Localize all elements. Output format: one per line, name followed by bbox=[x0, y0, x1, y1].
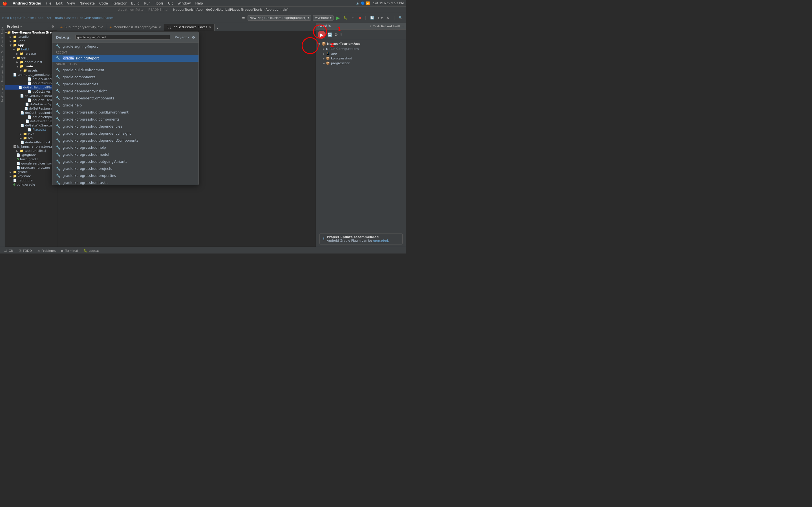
tree-file-placelist[interactable]: 📄 PlaceList bbox=[5, 128, 57, 132]
breadcrumb-item[interactable]: app bbox=[38, 16, 44, 20]
tree-file-shopping[interactable]: 📄 doGetShoppingMalls bbox=[5, 111, 57, 115]
task-kp-model[interactable]: 🔧 gradle kprogresshud:model bbox=[57, 151, 199, 158]
search-button[interactable]: 🔍 bbox=[398, 15, 404, 20]
tree-buildgradle-app[interactable]: ⚙ build.gradle bbox=[5, 157, 57, 161]
tree-settings[interactable]: ⚙ bbox=[50, 24, 55, 29]
task-kp-tasks[interactable]: 🔧 gradle kprogresshud:tasks bbox=[57, 179, 199, 185]
stop-button[interactable]: ◼ bbox=[357, 15, 362, 20]
debug-button[interactable]: 🐛 bbox=[343, 15, 349, 20]
tree-file-grounds[interactable]: 📄 doGetGrounds bbox=[5, 81, 57, 86]
tab-problems[interactable]: ⚠ Problems bbox=[35, 248, 59, 253]
run-recent-item[interactable]: 🔧 gradle signingReport bbox=[57, 43, 199, 50]
tab-close-3[interactable]: ✕ bbox=[209, 25, 211, 29]
menu-run[interactable]: Run bbox=[144, 1, 151, 5]
tree-assets-folder[interactable]: ▼ 📁 assets bbox=[5, 68, 57, 73]
structure-tool-button[interactable]: Structure bbox=[1, 69, 4, 83]
tree-root-gitignore[interactable]: 📄 .gitignore bbox=[5, 178, 57, 182]
tree-root[interactable]: ▼ 📁 New-Nagpur-Tourism [NagpurTourismApp… bbox=[5, 31, 57, 35]
tree-keystore[interactable]: ▶ 📁 keystore bbox=[5, 174, 57, 178]
tree-file-picnic[interactable]: 📄 doGetPicnicSpots bbox=[5, 102, 57, 107]
settings-button[interactable]: ⚙ bbox=[386, 15, 391, 20]
tree-manifest-file[interactable]: 📄 AndroidManifest.xml bbox=[5, 140, 57, 145]
git-tool-button[interactable]: Git bbox=[1, 48, 4, 54]
task-kp-outvariants[interactable]: 🔧 gradle kprogresshud:outgoingVariants bbox=[57, 158, 199, 165]
tree-googleservices[interactable]: 📄 google-services.json bbox=[5, 161, 57, 166]
more-tabs-btn[interactable]: ▾ bbox=[216, 26, 220, 31]
tab-menuplaces[interactable]: ☕ MenuPlacesListAdapter.java ✕ bbox=[106, 24, 164, 31]
tab-historical[interactable]: { } doGetHistoricalPlaces ✕ bbox=[164, 24, 214, 31]
menu-refactor[interactable]: Refactor bbox=[112, 1, 126, 5]
tab-logcat[interactable]: 🐛 Logcat bbox=[81, 248, 102, 253]
commit-tool-button[interactable]: Commit bbox=[1, 36, 4, 48]
project-filter-btn[interactable]: Project ▾ bbox=[174, 36, 190, 39]
menu-navigate[interactable]: Navigate bbox=[80, 1, 95, 5]
run-filter-input[interactable] bbox=[75, 35, 170, 40]
tree-playstore-file[interactable]: 🖼 ic_launcher-playstore.png bbox=[5, 145, 57, 149]
menu-code[interactable]: Code bbox=[99, 1, 108, 5]
tree-file-museum[interactable]: 📄 doGetMuseum bbox=[5, 98, 57, 102]
filter-icon[interactable]: ⚙ bbox=[192, 35, 195, 40]
run-selected-item[interactable]: 🔧 gradle signingReport bbox=[57, 55, 199, 62]
task-buildenv[interactable]: 🔧 gradle buildEnvironment bbox=[57, 66, 199, 73]
tab-subcategory[interactable]: ☕ SubCategoryActivity.java bbox=[57, 24, 106, 31]
tree-file-waterparks[interactable]: 📄 doGetWaterParks bbox=[5, 119, 57, 123]
task-kp-deps[interactable]: 🔧 gradle kprogresshud:dependencies bbox=[57, 123, 199, 130]
notification-link[interactable]: upgraded. bbox=[373, 239, 389, 242]
tree-res-folder[interactable]: ▶ 📁 res bbox=[5, 136, 57, 140]
tree-idea-folder[interactable]: ▶ 📁 .idea bbox=[5, 39, 57, 43]
tree-java-folder[interactable]: ▶ 📁 java bbox=[5, 132, 57, 136]
task-help[interactable]: 🔧 gradle help bbox=[57, 102, 199, 109]
task-kp-buildenv[interactable]: 🔧 gradle kprogresshud:buildEnvironment bbox=[57, 109, 199, 116]
gradle-settings-btn[interactable]: ⚙ bbox=[334, 32, 339, 38]
task-kp-depcomps[interactable]: 🔧 gradle kprogresshud:dependentComponent… bbox=[57, 137, 199, 144]
tree-file-wildsanctuary[interactable]: 📄 doGetWildSanctuary bbox=[5, 123, 57, 128]
breadcrumb-item[interactable]: New-Nagpur-Tourism bbox=[2, 16, 34, 20]
tree-file-animated[interactable]: 📄 animated_aeroplane.json bbox=[5, 73, 57, 77]
task-kp-comps[interactable]: 🔧 gradle kprogresshud:components bbox=[57, 116, 199, 123]
nav-back-icon[interactable]: 🡄 bbox=[241, 15, 246, 20]
breadcrumb-item[interactable]: main bbox=[55, 16, 63, 20]
device-selector[interactable]: MyPhone ▾ bbox=[313, 15, 334, 20]
tab-close-2[interactable]: ✕ bbox=[159, 25, 161, 29]
gradle-kprogresshud[interactable]: ▶ 📦 kprogresshud bbox=[316, 56, 401, 61]
task-deps[interactable]: 🔧 gradle dependencies bbox=[57, 80, 199, 88]
tree-unittest-folder[interactable]: ▶ 📁 test [unitTest] bbox=[5, 149, 57, 153]
gradle-run-configs[interactable]: ▶ ▶ Run Configurations bbox=[316, 47, 401, 51]
menu-edit[interactable]: Edit bbox=[56, 1, 62, 5]
run-button[interactable]: ▶ bbox=[335, 15, 341, 21]
gradle-sync-btn[interactable]: 🔄 bbox=[327, 32, 333, 38]
breadcrumb-item[interactable]: assets bbox=[66, 16, 76, 20]
tree-file-temples[interactable]: 📄 doGetTemples bbox=[5, 115, 57, 119]
tree-androidtest-folder[interactable]: ▶ 📁 androidTest bbox=[5, 60, 57, 64]
git-button[interactable]: Git: bbox=[377, 16, 384, 20]
menu-tools[interactable]: Tools bbox=[155, 1, 163, 5]
apple-menu[interactable]: 🍎 bbox=[2, 1, 7, 6]
tree-gitignore-app[interactable]: 📄 .gitignore bbox=[5, 153, 57, 157]
tree-gradle-folder[interactable]: ▶ 📁 .gradle bbox=[5, 35, 57, 39]
task-kp-props[interactable]: 🔧 gradle kprogresshud:properties bbox=[57, 172, 199, 179]
tree-file-theaters[interactable]: 📄 doGetMovieTheaters bbox=[5, 94, 57, 98]
tree-src-folder[interactable]: ▼ 📁 src bbox=[5, 56, 57, 60]
sync-button[interactable]: 🔄 bbox=[369, 15, 375, 20]
profile-button[interactable]: ⏱ bbox=[350, 16, 356, 20]
tree-file-lakes[interactable]: 📄 doGetLakes bbox=[5, 90, 57, 94]
tab-terminal[interactable]: ▶ Terminal bbox=[59, 248, 81, 253]
gradle-expand-btn[interactable]: ▶ bbox=[318, 31, 326, 39]
gradle-project-root[interactable]: ▼ 📦 NagpurTourismApp bbox=[316, 41, 401, 47]
tree-release-folder[interactable]: ▶ 📁 release bbox=[5, 52, 57, 56]
task-kp-projects[interactable]: 🔧 gradle kprogresshud:projects bbox=[57, 165, 199, 172]
task-kp-help[interactable]: 🔧 gradle kprogresshud:help bbox=[57, 144, 199, 151]
task-depcomps[interactable]: 🔧 gradle dependentComponents bbox=[57, 95, 199, 102]
breadcrumb-item[interactable]: doGetHistoricalPlaces bbox=[80, 16, 114, 20]
project-tool-button[interactable]: Project bbox=[1, 24, 4, 35]
build-variants-button[interactable]: Build Variants bbox=[1, 84, 4, 104]
task-components[interactable]: 🔧 gradle components bbox=[57, 73, 199, 80]
tree-proguard[interactable]: 📄 proguard-rules.pro bbox=[5, 166, 57, 170]
tree-file-gardens[interactable]: 📄 doGetGardens bbox=[5, 77, 57, 81]
gradle-progressbar[interactable]: ▶ 📦 progressbar bbox=[316, 61, 401, 66]
gradle-info-btn[interactable]: ℹ bbox=[340, 32, 342, 38]
menu-git[interactable]: Git bbox=[168, 1, 173, 5]
menu-view[interactable]: View bbox=[67, 1, 75, 5]
tree-root-buildgradle[interactable]: ⚙ build.gradle bbox=[5, 182, 57, 187]
task-kp-depinsight[interactable]: 🔧 gradle kprogresshud:dependencyInsight bbox=[57, 130, 199, 137]
